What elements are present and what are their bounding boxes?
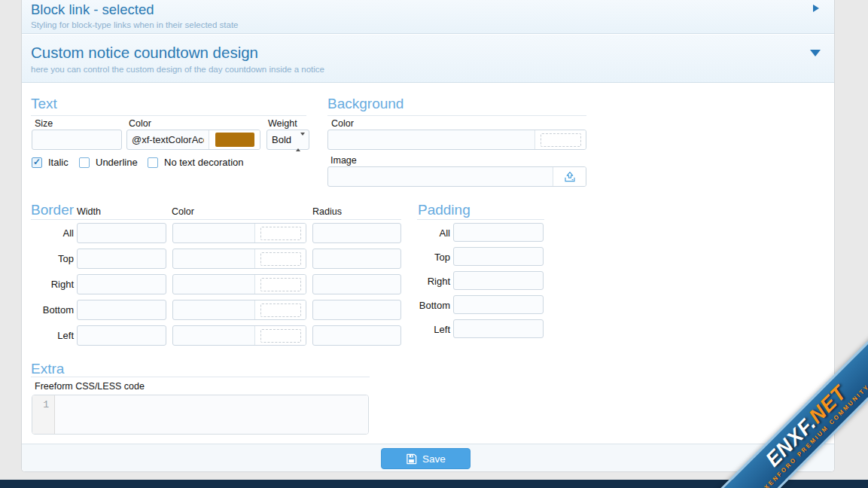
style-properties-panel: Block link - selected Styling for block-… [21, 0, 835, 472]
padding-bottom-input[interactable] [453, 295, 544, 314]
padding-row-label: Right [398, 271, 450, 291]
save-button-label: Save [422, 453, 446, 465]
border-row-label: Right [31, 274, 74, 294]
border-col-radius: Radius [312, 206, 342, 217]
background-group-heading: Background [327, 96, 404, 112]
border-top-width-input[interactable] [77, 249, 166, 269]
border-bottom-radius-input[interactable] [312, 300, 401, 320]
upload-icon [563, 170, 577, 184]
italic-checkbox[interactable] [32, 157, 42, 168]
border-col-color: Color [172, 206, 194, 217]
underline-checkbox-item[interactable]: Underline [79, 157, 138, 168]
divider [417, 219, 544, 220]
border-top-color-input[interactable] [173, 249, 254, 268]
empty-color-swatch [260, 278, 301, 291]
size-label: Size [35, 118, 53, 129]
border-all-color-control [172, 223, 306, 243]
weight-select-wrap: Bold [266, 130, 309, 150]
divider [31, 219, 401, 220]
divider [31, 377, 370, 377]
padding-right-input[interactable] [453, 271, 544, 290]
background-image-control [327, 166, 586, 187]
text-color-input[interactable] [127, 130, 209, 149]
border-top-color-swatch-button[interactable] [254, 249, 306, 268]
border-row-label: Bottom [31, 300, 74, 320]
italic-checkbox-item[interactable]: Italic [32, 157, 69, 168]
upload-image-button[interactable] [553, 167, 586, 186]
checkbox-label: No text decoration [164, 157, 244, 168]
border-right-color-control [172, 274, 306, 294]
padding-group-heading: Padding [418, 202, 471, 218]
checkbox-label: Italic [48, 157, 69, 168]
save-button[interactable]: Save [381, 448, 471, 469]
checkbox-label: Underline [96, 157, 138, 168]
freeform-css-textarea[interactable] [55, 395, 368, 434]
padding-all-input[interactable] [453, 223, 544, 242]
color-swatch [215, 133, 254, 147]
chevron-right-icon[interactable] [813, 5, 819, 12]
padding-row-label: Left [398, 319, 450, 340]
border-all-color-swatch-button[interactable] [254, 224, 306, 242]
border-row-label: Left [31, 325, 74, 346]
background-color-input[interactable] [328, 130, 535, 149]
page: Block link - selected Styling for block-… [0, 0, 868, 488]
background-image-input[interactable] [328, 167, 553, 186]
text-color-control [126, 130, 260, 150]
divider [327, 115, 586, 116]
background-color-control [327, 130, 586, 150]
border-right-width-input[interactable] [77, 274, 166, 294]
text-group-heading: Text [31, 96, 57, 112]
padding-top-input[interactable] [453, 247, 544, 266]
border-all-width-input[interactable] [77, 223, 166, 243]
extra-group-heading: Extra [31, 361, 64, 377]
border-bottom-color-swatch-button[interactable] [254, 300, 306, 319]
border-all-radius-input[interactable] [312, 223, 401, 243]
padding-left-input[interactable] [453, 319, 544, 338]
padding-row-label: Top [398, 247, 450, 267]
border-right-color-input[interactable] [173, 275, 254, 294]
border-all-color-input[interactable] [173, 224, 254, 242]
section-title: Block link - selected [31, 2, 154, 18]
border-top-radius-input[interactable] [312, 249, 401, 269]
border-left-width-input[interactable] [77, 325, 166, 346]
border-row-label: All [31, 223, 74, 243]
border-right-radius-input[interactable] [312, 274, 401, 294]
border-top-color-control [172, 249, 306, 269]
background-color-swatch-button[interactable] [535, 130, 586, 149]
underline-checkbox[interactable] [79, 157, 90, 168]
section-header-block-link-selected[interactable]: Block link - selected Styling for block-… [22, 0, 834, 34]
section-subtitle: Styling for block-type links when in the… [31, 20, 239, 29]
border-bottom-width-input[interactable] [77, 300, 166, 320]
empty-color-swatch [260, 303, 301, 317]
chevron-down-icon[interactable] [810, 50, 821, 56]
section-subtitle: here you can control the custom design o… [31, 65, 324, 74]
border-left-radius-input[interactable] [312, 325, 401, 346]
border-left-color-input[interactable] [173, 326, 254, 345]
border-col-width: Width [77, 206, 101, 217]
freeform-css-label: Freeform CSS/LESS code [35, 381, 145, 392]
no-text-decoration-checkbox[interactable] [148, 157, 158, 168]
divider [31, 115, 306, 116]
section-header-custom-notice-countdown[interactable]: Custom notice coundtown design here you … [22, 35, 834, 83]
code-line-number: 1 [32, 395, 55, 434]
border-row-label: Top [31, 249, 74, 269]
footer-bar: Save [22, 444, 834, 471]
border-left-color-control [172, 325, 306, 346]
padding-row-label: Bottom [398, 295, 450, 316]
border-bottom-color-input[interactable] [173, 300, 254, 319]
border-left-color-swatch-button[interactable] [254, 326, 306, 345]
border-group-heading: Border [31, 202, 74, 218]
weight-label: Weight [268, 118, 297, 129]
border-bottom-color-control [172, 300, 306, 320]
empty-color-swatch [541, 133, 581, 147]
no-text-decoration-checkbox-item[interactable]: No text decoration [148, 157, 244, 168]
background-color-label: Color [331, 118, 354, 129]
text-size-input[interactable] [32, 130, 122, 150]
weight-select[interactable]: Bold [267, 130, 309, 149]
empty-color-swatch [260, 329, 301, 343]
empty-color-swatch [260, 227, 301, 240]
padding-row-label: All [398, 223, 450, 243]
background-image-label: Image [330, 155, 357, 166]
text-color-swatch-button[interactable] [209, 130, 260, 149]
border-right-color-swatch-button[interactable] [254, 275, 306, 294]
